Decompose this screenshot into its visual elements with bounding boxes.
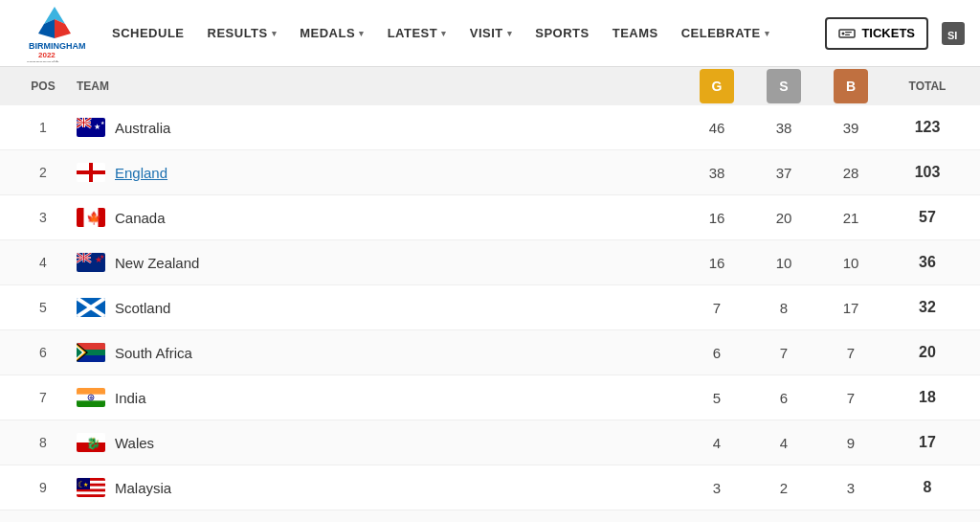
row-team: 🐉 Wales (77, 433, 683, 452)
bronze-count: 17 (817, 300, 884, 316)
gold-count: 4 (683, 435, 750, 451)
svg-rect-54 (77, 400, 105, 407)
flag-icon (77, 298, 105, 317)
team-name: Australia (115, 120, 170, 136)
flag-icon: ★ ★ (77, 118, 105, 137)
silver-count: 4 (750, 435, 817, 451)
row-position: 3 (10, 210, 77, 225)
bronze-count: 7 (817, 390, 884, 406)
svg-text:2022: 2022 (38, 51, 56, 59)
row-position: 6 (10, 345, 77, 360)
silver-badge: S (767, 69, 801, 103)
svg-rect-9 (845, 34, 850, 34)
bronze-badge: B (834, 69, 868, 103)
gold-count: 6 (683, 345, 750, 361)
flag-icon (77, 343, 105, 362)
nav-teams[interactable]: TEAMS (601, 0, 670, 66)
team-name: Canada (115, 210, 166, 226)
silver-count: 6 (750, 390, 817, 406)
shop-icon: SI (940, 20, 967, 47)
bronze-count: 39 (817, 120, 884, 136)
silver-count: 7 (750, 345, 817, 361)
silver-count: 38 (750, 120, 817, 136)
nav-sports[interactable]: SPORTS (523, 0, 600, 66)
team-name: India (115, 390, 146, 406)
row-position: 9 (10, 480, 77, 495)
team-name[interactable]: England (115, 165, 167, 181)
chevron-down-icon: ▾ (359, 29, 365, 38)
gold-count: 16 (683, 210, 750, 226)
table-row: 8 🐉 Wales 4 4 9 17 (0, 420, 980, 465)
svg-text:commonwealth: commonwealth (27, 59, 59, 62)
table-header: POS TEAM G S B TOTAL (0, 67, 980, 105)
chevron-down-icon: ▾ (272, 29, 278, 38)
tickets-icon (838, 25, 856, 42)
row-position: 4 (10, 255, 77, 270)
row-position: 5 (10, 300, 77, 315)
row-position: 1 (10, 120, 77, 135)
svg-text:★: ★ (94, 123, 100, 131)
row-team: South Africa (77, 343, 683, 362)
team-name: Scotland (115, 300, 170, 316)
total-count: 32 (884, 299, 970, 316)
shop-button[interactable]: SI (936, 16, 970, 51)
total-count: 8 (884, 479, 970, 496)
svg-rect-39 (77, 258, 91, 259)
nav-medals[interactable]: MEDALS ▾ (288, 0, 375, 66)
tickets-button[interactable]: TICKETS (825, 17, 928, 50)
svg-rect-28 (77, 208, 84, 227)
nav-latest[interactable]: LATEST ▾ (376, 0, 458, 66)
gold-badge: G (700, 69, 734, 103)
row-team: ★ ★ New Zealand (77, 253, 683, 272)
row-team[interactable]: England (77, 163, 683, 182)
header: BIRMINGHAM 2022 commonwealth SCHEDULE RE… (0, 0, 980, 67)
table-body: 1 ★ ★ Australia 46 38 39 123 2 (0, 105, 980, 522)
table-row: 7 ☸ India 5 6 7 18 (0, 375, 980, 420)
gold-count: 5 (683, 390, 750, 406)
medals-table: POS TEAM G S B TOTAL 1 ★ (0, 67, 980, 522)
svg-rect-6 (839, 30, 855, 37)
team-name: Malaysia (115, 480, 171, 496)
table-row: 1 ★ ★ Australia 46 38 39 123 (0, 105, 980, 150)
bronze-count: 10 (817, 255, 884, 271)
silver-count: 37 (750, 165, 817, 181)
table-row: 5 Scotland 7 8 17 32 (0, 285, 980, 330)
total-count: 123 (884, 119, 970, 136)
svg-text:BIRMINGHAM: BIRMINGHAM (29, 41, 86, 51)
table-row: 6 South Africa 6 7 7 20 (0, 330, 980, 375)
row-team: ☸ India (77, 388, 683, 407)
row-team: 🍁 Canada (77, 208, 683, 227)
main-nav: SCHEDULE RESULTS ▾ MEDALS ▾ LATEST ▾ VIS… (100, 0, 825, 66)
chevron-down-icon: ▾ (765, 29, 770, 38)
svg-rect-26 (77, 170, 105, 174)
flag-icon (77, 163, 105, 182)
bronze-count: 7 (817, 345, 884, 361)
row-team: Scotland (77, 298, 683, 317)
svg-point-7 (842, 32, 845, 34)
flag-icon: 🐉 (77, 433, 105, 452)
nav-schedule[interactable]: SCHEDULE (100, 0, 196, 66)
svg-text:SI: SI (947, 30, 957, 41)
bronze-count: 21 (817, 210, 884, 226)
chevron-down-icon: ▾ (441, 29, 447, 38)
table-row: 3 🍁 Canada 16 20 21 57 (0, 195, 980, 240)
nav-visit[interactable]: VISIT ▾ (458, 0, 524, 66)
total-count: 18 (884, 389, 970, 406)
nav-results[interactable]: RESULTS ▾ (196, 0, 289, 66)
col-header-silver: S (750, 69, 817, 103)
total-count: 17 (884, 434, 970, 451)
col-header-team: TEAM (77, 79, 683, 93)
bronze-count: 28 (817, 165, 884, 181)
row-position: 7 (10, 390, 77, 405)
svg-rect-21 (77, 123, 91, 124)
table-row: 4 ★ ★ New Zealand 16 10 10 36 (0, 240, 980, 285)
logo[interactable]: BIRMINGHAM 2022 commonwealth (10, 5, 100, 62)
silver-count: 20 (750, 210, 817, 226)
silver-count: 2 (750, 480, 817, 496)
row-position: 2 (10, 165, 77, 180)
svg-rect-8 (845, 32, 852, 33)
bronze-count: 3 (817, 480, 884, 496)
team-name: Wales (115, 435, 154, 451)
nav-celebrate[interactable]: CELEBRATE ▾ (670, 0, 781, 66)
row-team: ★ ★ Australia (77, 118, 683, 137)
